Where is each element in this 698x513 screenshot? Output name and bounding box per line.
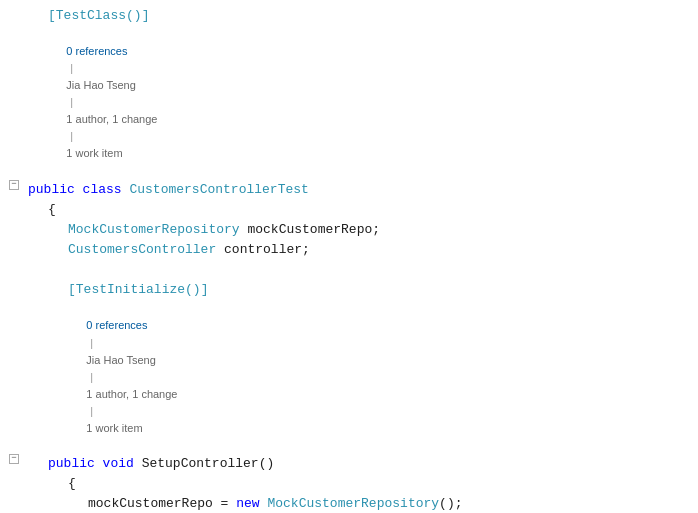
- code-controller-decl: CustomersController controller;: [28, 240, 698, 260]
- code-setup-decl: public void SetupController(): [28, 454, 698, 474]
- code-mock-assign: mockCustomerRepo = new MockCustomerRepos…: [28, 494, 698, 513]
- ref-count[interactable]: 0 references: [66, 45, 127, 57]
- sep-init2: |: [90, 371, 93, 383]
- collapse-setup-btn[interactable]: −: [9, 454, 19, 464]
- author-name: Jia Hao Tseng: [66, 79, 136, 91]
- workitem-init: 1 work item: [86, 422, 142, 434]
- collapse-class-btn[interactable]: −: [9, 180, 19, 190]
- line-setup-decl: − public void SetupController(): [0, 454, 698, 474]
- line-controller-decl: CustomersController controller;: [0, 240, 698, 260]
- line-mock-assign: mockCustomerRepo = new MockCustomerRepos…: [0, 494, 698, 513]
- code-editor: [TestClass()] 0 references | Jia Hao Tse…: [0, 0, 698, 513]
- change-init: 1 author, 1 change: [86, 388, 177, 400]
- ref-count-init[interactable]: 0 references: [86, 319, 147, 331]
- sep3: |: [70, 130, 73, 142]
- author-init: Jia Hao Tseng: [86, 354, 156, 366]
- code-mock-repo-decl: MockCustomerRepository mockCustomerRepo;: [28, 220, 698, 240]
- code-testinitialize-attr: [TestInitialize()]: [28, 280, 698, 300]
- code-blank1: [28, 260, 698, 280]
- line-testinitialize-attr: [TestInitialize()]: [0, 280, 698, 300]
- ref-testclass: 0 references | Jia Hao Tseng | 1 author,…: [28, 26, 698, 179]
- code-open-brace-class: {: [28, 200, 698, 220]
- line-open-setup: {: [0, 474, 698, 494]
- change-info: 1 author, 1 change: [66, 113, 157, 125]
- line-testclass-attr: [TestClass()]: [0, 6, 698, 26]
- gutter-setup-collapse[interactable]: −: [0, 454, 28, 464]
- sep-init1: |: [90, 337, 93, 349]
- line-blank1: [0, 260, 698, 280]
- line-class-decl: − public class CustomersControllerTest: [0, 180, 698, 200]
- line-ref-testinitialize: 0 references | Jia Hao Tseng | 1 author,…: [0, 300, 698, 453]
- work-item: 1 work item: [66, 147, 122, 159]
- gutter-class-collapse[interactable]: −: [0, 180, 28, 190]
- code-class-decl: public class CustomersControllerTest: [28, 180, 698, 200]
- sep2: |: [70, 96, 73, 108]
- line-open-brace-class: {: [0, 200, 698, 220]
- line-mock-repo-decl: MockCustomerRepository mockCustomerRepo;: [0, 220, 698, 240]
- code-open-setup: {: [28, 474, 698, 494]
- line-ref-testclass: 0 references | Jia Hao Tseng | 1 author,…: [0, 26, 698, 179]
- sep1: |: [70, 62, 73, 74]
- sep-init3: |: [90, 405, 93, 417]
- ref-testinitialize: 0 references | Jia Hao Tseng | 1 author,…: [28, 300, 698, 453]
- code-testclass-attr: [TestClass()]: [28, 6, 698, 26]
